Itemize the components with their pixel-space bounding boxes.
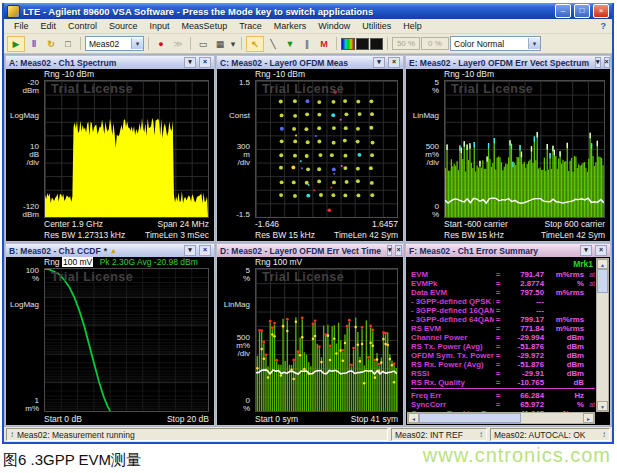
intensity-field[interactable]: 50 % [392, 37, 420, 50]
play-icon[interactable]: ▶ [7, 36, 25, 52]
close-icon[interactable]: × [388, 57, 400, 68]
maximize-button[interactable]: □ [574, 4, 590, 18]
restart-icon[interactable]: ↻ [43, 37, 59, 51]
menu-item[interactable]: Control [62, 21, 103, 31]
layout-single-icon[interactable]: ▭ [195, 37, 211, 51]
menu-item[interactable]: Markers [268, 21, 313, 31]
scroll-up-icon[interactable]: ▲ [597, 259, 608, 269]
panel-a-titlebar[interactable]: A: Meas02 - Ch1 Spectrum ▾ × [6, 56, 214, 69]
pointer-icon[interactable]: ↖ [246, 36, 264, 52]
single-sweep-icon[interactable]: □ [60, 37, 76, 51]
color-mode-select[interactable]: Color Normal ▾ [450, 36, 541, 51]
panel-c-title: C: Meas02 - Layer0 OFDM Meas [220, 58, 348, 68]
panel-a-spectrum[interactable]: A: Meas02 - Ch1 Spectrum ▾ × Rng -10 dBm… [5, 55, 215, 242]
pin-icon[interactable]: ▾ [184, 245, 196, 256]
menu-item[interactable]: Utilities [356, 21, 397, 31]
marker-readout: Mrk1 [573, 259, 593, 269]
spinner-icon[interactable]: ↕ [602, 430, 606, 439]
pin-icon[interactable]: ▾ [373, 57, 385, 68]
help-icon[interactable]: ? [601, 21, 609, 31]
vertical-scrollbar[interactable]: ▲ ▼ [596, 258, 609, 412]
metric-unit: dBm [544, 351, 584, 360]
constellation-plot[interactable]: Trial License [255, 80, 398, 218]
error-summary-row: RS Rx. Power (Avg) = -51.876 dBm [411, 360, 595, 369]
panel-c-constellation[interactable]: C: Meas02 - Layer0 OFDM Meas ▾ × Rng -10… [216, 55, 404, 242]
foreground-color-icon[interactable] [370, 38, 383, 50]
menu-item[interactable]: Input [144, 21, 176, 31]
metric-value: -10.765 [502, 378, 544, 387]
separator [411, 388, 595, 389]
marker-bars-icon[interactable]: ∥ [299, 37, 315, 51]
menu-item[interactable]: Trace [233, 21, 268, 31]
marker-triangle-icon[interactable]: ▼ [282, 37, 298, 51]
panel-b-titlebar[interactable]: B: Meas02 - Ch1 CCDF * ▲ ▾ × [6, 244, 214, 257]
measurement-status[interactable]: ↕ Meas02: Measurement running [6, 428, 388, 441]
menu-item[interactable]: Source [103, 21, 144, 31]
y-axis-labels: 5 % LinMag 500 m% /div 0 % [406, 80, 441, 218]
pin-icon[interactable]: ▾ [387, 245, 393, 256]
toolbar: ▶ ‖ ↻ □ Meas02 ▾ ● ≫ ▭ ▦ ▾ ↖ ╲ ▼ ∥ M 50 … [4, 34, 612, 54]
panel-e-err-vect-spectrum[interactable]: E: Meas02 - Layer0 OFDM Err Vect Spectru… [405, 55, 611, 242]
range-value-highlight: 100 mV [62, 257, 93, 267]
scrollbar-thumb[interactable] [597, 269, 608, 293]
close-button[interactable]: × [593, 4, 609, 18]
menu-item[interactable]: Edit [35, 21, 63, 31]
replay-icon[interactable]: ≫ [170, 37, 186, 51]
panel-f-error-summary[interactable]: F: Meas02 - Ch1 Error Summary ▾ × Mrk1 E… [405, 243, 611, 426]
metric-unit: dBm [544, 342, 584, 351]
menu-item[interactable]: MeasSetup [176, 21, 234, 31]
spinner-icon[interactable]: ↕ [10, 430, 14, 439]
metric-value: -29.994 [502, 333, 544, 342]
metric-value: 66.284 [502, 391, 544, 400]
close-icon[interactable]: × [199, 245, 211, 256]
record-icon[interactable]: ● [153, 37, 169, 51]
threshold-field[interactable]: 0 % [421, 37, 449, 50]
chevron-down-icon: ▾ [131, 38, 143, 49]
minimize-button[interactable]: – [555, 4, 571, 18]
pause-icon[interactable]: ‖ [26, 37, 42, 51]
err-vect-time-plot[interactable]: Trial License [255, 268, 398, 412]
menu-item[interactable]: Help [397, 21, 428, 31]
panel-b-ccdf[interactable]: B: Meas02 - Ch1 CCDF * ▲ ▾ × Rng 100 mV … [5, 243, 215, 426]
err-vect-spectrum-plot[interactable]: Trial License [444, 80, 605, 218]
background-color-icon[interactable] [356, 38, 369, 50]
marker-slope-icon[interactable]: ╲ [265, 37, 281, 51]
pin-icon[interactable]: ▾ [184, 57, 196, 68]
panel-e-titlebar[interactable]: E: Meas02 - Layer0 OFDM Err Vect Spectru… [406, 56, 610, 69]
panel-c-titlebar[interactable]: C: Meas02 - Layer0 OFDM Meas ▾ × [217, 56, 403, 69]
metric-unit: % [544, 400, 584, 409]
close-icon[interactable]: × [199, 57, 211, 68]
chevron-down-icon: ▾ [528, 38, 540, 49]
autocal-status[interactable]: Meas02: AUTOCAL: OK ↕ [490, 428, 610, 441]
panel-f-titlebar[interactable]: F: Meas02 - Ch1 Error Summary ▾ × [406, 244, 610, 257]
layout-dropdown-icon[interactable]: ▾ [229, 37, 237, 51]
menu-item[interactable]: File [8, 21, 35, 31]
scroll-down-icon[interactable]: ▼ [597, 401, 608, 411]
scroll-right-icon[interactable]: ► [583, 413, 594, 423]
spectrum-plot[interactable]: Trial License [44, 80, 209, 218]
layout-grid-icon[interactable]: ▦ [212, 37, 228, 51]
spinner-icon[interactable]: ↕ [479, 430, 483, 439]
scroll-left-icon[interactable]: ◄ [408, 413, 419, 423]
pin-icon[interactable]: ▾ [595, 57, 601, 68]
panel-f-title: F: Meas02 - Ch1 Error Summary [409, 246, 538, 256]
panel-d-titlebar[interactable]: D: Meas02 - Layer0 OFDM Err Vect Time ▾ … [217, 244, 403, 257]
close-icon[interactable]: × [595, 245, 607, 256]
colormap-icon[interactable] [341, 38, 355, 50]
ccdf-plot[interactable]: Trial License [44, 268, 209, 412]
marker-coupled-icon[interactable]: M [316, 37, 332, 51]
close-icon[interactable]: × [604, 57, 610, 68]
title-bar[interactable]: LTE - Agilent 89600 VSA Software - Press… [4, 3, 612, 19]
scrollbar-thumb[interactable] [419, 413, 521, 423]
measurement-select[interactable]: Meas02 ▾ [85, 36, 144, 51]
reference-status[interactable]: Meas02: INT REF ↕ [391, 428, 487, 441]
panel-d-err-vect-time[interactable]: D: Meas02 - Layer0 OFDM Err Vect Time ▾ … [216, 243, 404, 426]
metric-value: --- [502, 297, 544, 306]
error-summary-row: EVMPk = 2.8774 % at [411, 279, 595, 288]
error-summary-row: OFDM Sym. Tx. Power = -29.972 dBm [411, 351, 595, 360]
error-summary-row: SyncCorr = 65.972 % at [411, 400, 595, 409]
pin-icon[interactable]: ▾ [580, 245, 592, 256]
menu-item[interactable]: Window [312, 21, 356, 31]
horizontal-scrollbar[interactable]: ◄ ► [407, 412, 595, 424]
close-icon[interactable]: × [395, 245, 401, 256]
